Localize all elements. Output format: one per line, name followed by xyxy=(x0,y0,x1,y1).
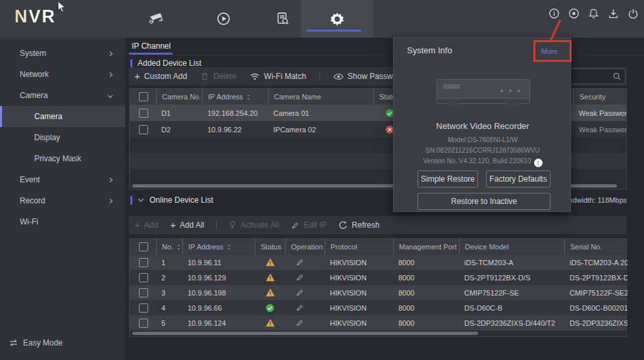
col-device-model: Device Model xyxy=(459,239,564,255)
edit-pencil-icon[interactable] xyxy=(296,273,304,282)
col-operation: Operation xyxy=(285,239,325,255)
chevron-right-icon xyxy=(109,177,113,183)
online-toolbar: + Add + Add All Activate All Edit IP Ref… xyxy=(129,216,627,234)
sidebar-item-network[interactable]: Network xyxy=(0,64,125,85)
refresh-icon xyxy=(338,220,348,230)
sidebar-item-camera[interactable]: Camera xyxy=(0,106,125,127)
sidebar-item-privacy-mask[interactable]: Privacy Mask xyxy=(0,148,125,169)
sort-icon xyxy=(176,244,181,251)
status-warning-icon xyxy=(265,318,275,328)
edit-pencil-icon[interactable] xyxy=(296,288,304,297)
top-bar: NVR xyxy=(0,0,644,38)
sidebar-item-event[interactable]: Event xyxy=(0,169,125,190)
nav-live-view[interactable] xyxy=(128,0,184,38)
added-device-list-title: Added Device List xyxy=(130,59,201,68)
search-icon[interactable] xyxy=(612,72,622,81)
row-checkbox[interactable] xyxy=(139,258,148,267)
plus-icon: + xyxy=(134,72,140,80)
col-status: Status xyxy=(255,239,285,255)
row-checkbox[interactable] xyxy=(139,319,148,328)
chevron-down-icon xyxy=(107,94,113,99)
nav-playback[interactable] xyxy=(195,0,252,38)
camera-no-cell: D2 xyxy=(156,121,202,138)
sort-icon xyxy=(246,93,251,101)
col-ip-address[interactable]: IP Address xyxy=(182,239,255,255)
ip-cell: 10.9.96.22 xyxy=(202,121,268,138)
sidebar-item-system[interactable]: System xyxy=(0,43,125,64)
col-protocol: Protocol xyxy=(325,239,393,255)
delete-button[interactable]: Delete xyxy=(200,72,236,81)
wifi-match-button[interactable]: Wi-Fi Match xyxy=(250,72,306,81)
nvr-device-illustration xyxy=(437,79,530,104)
security-cell: Weak Password xyxy=(574,121,626,138)
sidebar-item-wifi[interactable]: Wi-Fi xyxy=(0,211,125,232)
online-row-4[interactable]: 4 10.9.96.66 HIKVISION 8000 DS-D60C-B DS… xyxy=(130,300,626,315)
sidebar-item-display[interactable]: Display xyxy=(0,127,125,148)
device-foot xyxy=(508,103,519,106)
chevron-right-icon xyxy=(109,72,113,78)
custom-add-button[interactable]: + Custom Add xyxy=(134,72,187,81)
mouse-cursor xyxy=(57,1,66,14)
add-button[interactable]: + Add xyxy=(134,220,158,230)
device-led xyxy=(518,90,520,92)
row-checkbox[interactable] xyxy=(139,273,148,282)
activate-all-button[interactable]: Activate All xyxy=(228,220,279,230)
refresh-button[interactable]: Refresh xyxy=(338,220,379,230)
easy-mode-toggle[interactable]: Easy Mode xyxy=(9,338,63,347)
trash-icon xyxy=(200,72,209,81)
row-checkbox[interactable] xyxy=(139,288,148,297)
restore-to-inactive-button[interactable]: Restore to Inactive xyxy=(417,193,550,210)
scrollbar-thumb[interactable] xyxy=(132,332,478,335)
sidebar-item-camera-group[interactable]: Camera xyxy=(0,85,125,106)
upgrade-icon[interactable]: ↑ xyxy=(534,159,543,167)
online-table-hscrollbar[interactable] xyxy=(130,331,626,336)
sidebar-item-label: Privacy Mask xyxy=(0,154,81,163)
col-camera-no[interactable]: Camera No. xyxy=(156,89,202,105)
nav-settings[interactable] xyxy=(301,0,373,38)
online-row-3[interactable]: 3 10.9.96.198 HIKVISION 8000 CMIP75122F-… xyxy=(130,285,626,300)
app-logo: NVR xyxy=(14,7,56,27)
power-icon[interactable] xyxy=(628,8,639,19)
row-checkbox[interactable] xyxy=(139,303,148,313)
select-all-checkbox[interactable] xyxy=(139,242,148,251)
row-checkbox[interactable] xyxy=(139,125,148,134)
nvr-app-window: NVR System Network xyxy=(0,0,644,360)
online-row-2[interactable]: 2 10.9.96.129 HIKVISION 8000 DS-2PT9122B… xyxy=(130,270,626,285)
edit-pencil-icon[interactable] xyxy=(296,303,304,312)
col-security: Security xyxy=(574,89,626,105)
col-no[interactable]: No. xyxy=(156,239,182,255)
record-icon[interactable] xyxy=(568,8,579,19)
sidebar-item-label: System xyxy=(0,49,46,58)
serial-text: SN:0820211216CCRRJ12873586WVU xyxy=(394,147,572,154)
log-search-icon xyxy=(275,11,290,26)
edit-pencil-icon[interactable] xyxy=(296,258,304,267)
eye-icon xyxy=(333,72,344,81)
section-accent-bar xyxy=(130,59,132,68)
status-warning-icon xyxy=(265,288,275,297)
sidebar-item-label: Wi-Fi xyxy=(0,217,38,226)
edit-pencil-icon[interactable] xyxy=(296,319,304,327)
col-serial-no: Serial No. xyxy=(564,239,628,255)
add-all-button[interactable]: + Add All xyxy=(170,220,204,230)
online-edit-ip-button[interactable]: Edit IP xyxy=(291,220,327,230)
topbar-right-icons xyxy=(549,8,639,19)
simple-restore-button[interactable]: Simple Restore xyxy=(417,170,478,188)
select-all-checkbox[interactable] xyxy=(139,92,148,101)
col-ip-address[interactable]: IP Address xyxy=(202,89,268,105)
factory-defaults-button[interactable]: Factory Defaults xyxy=(486,170,550,188)
row-checkbox[interactable] xyxy=(139,109,148,118)
sidebar-item-label: Camera xyxy=(0,91,48,100)
sidebar-item-label: Event xyxy=(0,175,40,184)
name-cell: Camera 01 xyxy=(268,105,373,121)
alarm-bell-icon[interactable] xyxy=(588,8,599,19)
online-row-1[interactable]: 1 10.9.96.11 HIKVISION 8000 iDS-TCM203-A… xyxy=(130,255,626,270)
pencil-icon xyxy=(291,221,300,230)
device-bottom-strip xyxy=(437,98,529,103)
activate-pin-icon xyxy=(228,220,236,230)
version-text: Version No.:V4.32.120, Build 220610↑ xyxy=(394,157,572,167)
sidebar-item-label: Display xyxy=(0,133,60,142)
download-icon[interactable] xyxy=(608,8,619,19)
info-icon[interactable] xyxy=(549,8,560,19)
online-row-5[interactable]: 5 10.9.96.124 HIKVISION 8000 DS-2DP3236Z… xyxy=(130,315,626,330)
tab-ip-channel[interactable]: IP Channel xyxy=(132,41,171,51)
